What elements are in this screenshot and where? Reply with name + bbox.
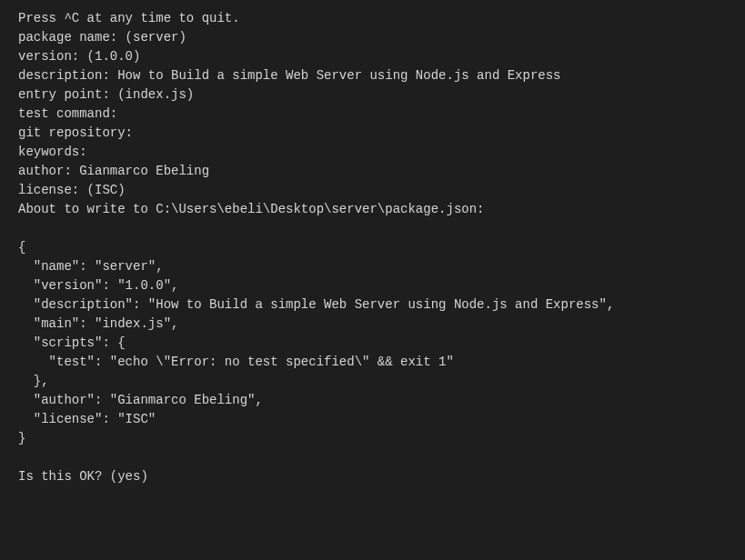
description-line: description: How to Build a simple Web S…	[18, 66, 727, 85]
confirm-prompt-section[interactable]: Is this OK? (yes)	[18, 467, 727, 486]
json-close-brace: }	[18, 429, 727, 448]
version-line: version: (1.0.0)	[18, 47, 727, 66]
json-name-line: "name": "server",	[18, 257, 727, 276]
npm-init-prompts: Press ^C at any time to quit. package na…	[18, 9, 727, 219]
test-command-line: test command:	[18, 105, 727, 124]
json-scripts-close: },	[18, 372, 727, 391]
json-open-brace: {	[18, 238, 727, 257]
json-license-line: "license": "ISC"	[18, 410, 727, 429]
json-test-line: "test": "echo \"Error: no test specified…	[18, 353, 727, 372]
keywords-line: keywords:	[18, 143, 727, 162]
package-json-preview: { "name": "server", "version": "1.0.0", …	[18, 238, 727, 448]
quit-hint-line: Press ^C at any time to quit.	[18, 9, 727, 28]
package-name-line: package name: (server)	[18, 28, 727, 47]
json-main-line: "main": "index.js",	[18, 315, 727, 334]
entry-point-line: entry point: (index.js)	[18, 85, 727, 105]
license-line: license: (ISC)	[18, 181, 727, 200]
json-scripts-open: "scripts": {	[18, 334, 727, 353]
json-version-line: "version": "1.0.0",	[18, 276, 727, 295]
confirm-prompt-text: Is this OK? (yes)	[18, 469, 156, 484]
json-description-line: "description": "How to Build a simple We…	[18, 295, 727, 315]
about-to-write-line: About to write to C:\Users\ebeli\Desktop…	[18, 200, 727, 219]
json-author-line: "author": "Gianmarco Ebeling",	[18, 391, 727, 410]
author-line: author: Gianmarco Ebeling	[18, 162, 727, 181]
git-repository-line: git repository:	[18, 124, 727, 143]
